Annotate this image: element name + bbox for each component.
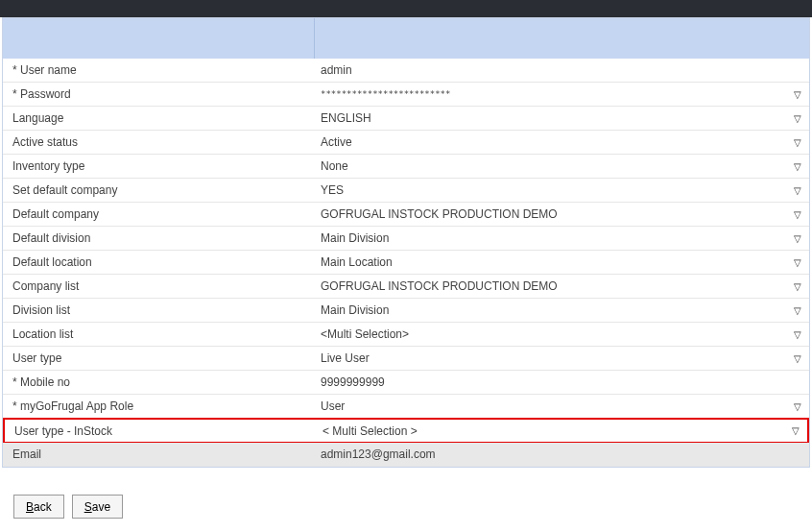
field-label: Inventory type (3, 159, 315, 173)
field-label: Division list (3, 303, 315, 317)
field-value-cell[interactable]: 9999999999 (315, 375, 809, 389)
field-value-cell[interactable]: < Multi Selection > ▽ (317, 424, 807, 438)
save-button[interactable]: Save (72, 495, 123, 519)
field-label: Email (3, 447, 315, 461)
field-value: 9999999999 (321, 375, 809, 389)
field-value: None (321, 159, 792, 173)
highlighted-row-user-type-instock: User type - InStock < Multi Selection > … (3, 418, 809, 444)
form-row: Company listGOFRUGAL INSTOCK PRODUCTION … (3, 275, 809, 299)
form-row: * Mobile no9999999999 (3, 371, 809, 395)
form-row: Default divisionMain Division▽ (3, 227, 809, 251)
field-value-cell[interactable]: None▽ (315, 159, 809, 173)
field-value-cell[interactable]: Main Division▽ (315, 231, 809, 245)
form-row: Set default companyYES▽ (3, 179, 809, 203)
form-header-value-col (315, 18, 809, 59)
field-value-cell[interactable]: admin (315, 63, 809, 77)
back-button[interactable]: Back (13, 495, 64, 519)
form-header (3, 18, 809, 59)
field-value: ************************* (321, 90, 792, 99)
field-label: Language (3, 111, 315, 125)
field-label: Default location (3, 255, 315, 269)
dropdown-icon[interactable]: ▽ (792, 233, 809, 244)
field-label: * User name (3, 63, 315, 77)
button-row: Back Save (0, 468, 812, 519)
field-value: < Multi Selection > (322, 424, 790, 438)
form-row: Active statusActive▽ (3, 131, 809, 155)
form-row: Inventory typeNone▽ (3, 155, 809, 179)
form-row: Default locationMain Location▽ (3, 251, 809, 275)
dropdown-icon[interactable]: ▽ (792, 305, 809, 316)
field-value-cell[interactable]: admin123@gmail.com (315, 447, 809, 461)
field-label: Active status (3, 135, 315, 149)
field-value: GOFRUGAL INSTOCK PRODUCTION DEMO (321, 279, 792, 293)
field-value: Live User (321, 351, 792, 365)
dropdown-icon[interactable]: ▽ (792, 209, 809, 220)
field-value-cell[interactable]: Live User▽ (315, 351, 809, 365)
dropdown-icon[interactable]: ▽ (792, 281, 809, 292)
field-value-cell[interactable]: Active▽ (315, 135, 809, 149)
field-value: Active (321, 135, 792, 149)
field-label: Set default company (3, 183, 315, 197)
dropdown-icon[interactable]: ▽ (792, 89, 809, 100)
field-value: Main Division (321, 231, 792, 245)
field-value: GOFRUGAL INSTOCK PRODUCTION DEMO (321, 207, 792, 221)
field-value: YES (321, 183, 792, 197)
dropdown-icon[interactable]: ▽ (792, 353, 809, 364)
field-value-cell[interactable]: *************************▽ (315, 89, 809, 100)
dropdown-icon[interactable]: ▽ (792, 329, 809, 340)
dropdown-icon[interactable]: ▽ (792, 161, 809, 172)
field-value-cell[interactable]: ENGLISH▽ (315, 111, 809, 125)
field-value-cell[interactable]: User▽ (315, 399, 809, 413)
form-row: * Password*************************▽ (3, 83, 809, 107)
form-row: * myGoFrugal App RoleUser▽ (3, 395, 809, 419)
form-header-label-col (3, 18, 315, 59)
form-row: * User nameadmin (3, 59, 809, 83)
field-value-cell[interactable]: Main Division▽ (315, 303, 809, 317)
form-row: Division listMain Division▽ (3, 299, 809, 323)
dropdown-icon[interactable]: ▽ (792, 113, 809, 124)
field-label: User type (3, 351, 315, 365)
field-value: User (321, 399, 792, 413)
dropdown-icon[interactable]: ▽ (792, 137, 809, 148)
field-label: * myGoFrugal App Role (3, 399, 315, 413)
field-value-cell[interactable]: GOFRUGAL INSTOCK PRODUCTION DEMO▽ (315, 207, 809, 221)
field-value: <Multi Selection> (321, 327, 792, 341)
field-value: Main Location (321, 255, 792, 269)
field-value-cell[interactable]: Main Location▽ (315, 255, 809, 269)
form-row: Location list<Multi Selection>▽ (3, 323, 809, 347)
dropdown-icon[interactable]: ▽ (792, 401, 809, 412)
field-value-cell[interactable]: GOFRUGAL INSTOCK PRODUCTION DEMO▽ (315, 279, 809, 293)
field-label: * Password (3, 87, 315, 101)
form-row: Default companyGOFRUGAL INSTOCK PRODUCTI… (3, 203, 809, 227)
dropdown-icon[interactable]: ▽ (790, 425, 807, 436)
form-row: User typeLive User▽ (3, 347, 809, 371)
dropdown-icon[interactable]: ▽ (792, 257, 809, 268)
field-label: Location list (3, 327, 315, 341)
field-label: Default company (3, 207, 315, 221)
user-form: * User nameadmin* Password**************… (2, 17, 810, 468)
field-value-cell[interactable]: YES▽ (315, 183, 809, 197)
field-value: ENGLISH (321, 111, 792, 125)
field-value: admin (321, 63, 809, 77)
field-label: User type - InStock (5, 424, 317, 438)
field-label: Default division (3, 231, 315, 245)
dropdown-icon[interactable]: ▽ (792, 185, 809, 196)
form-row-email: Email admin123@gmail.com (3, 443, 809, 467)
app-top-bar (0, 0, 812, 17)
field-label: Company list (3, 279, 315, 293)
form-row: LanguageENGLISH▽ (3, 107, 809, 131)
field-value: Main Division (321, 303, 792, 317)
field-label: * Mobile no (3, 375, 315, 389)
field-value-cell[interactable]: <Multi Selection>▽ (315, 327, 809, 341)
field-value: admin123@gmail.com (321, 447, 809, 461)
